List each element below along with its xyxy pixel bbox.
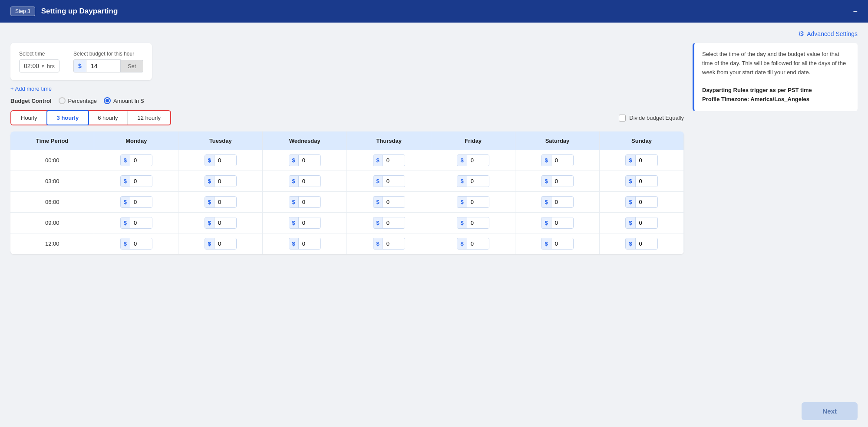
cell-input[interactable]: [130, 197, 152, 207]
time-dropdown-arrow[interactable]: ▾: [42, 63, 44, 69]
table-container: Time Period Monday Tuesday Wednesday Thu…: [10, 131, 684, 254]
cell-input-wrap: $: [625, 196, 657, 208]
value-cell: $: [94, 171, 178, 192]
value-cell: $: [600, 213, 684, 233]
value-cell: $: [515, 171, 600, 192]
divide-budget-label: Divide budget Equally: [629, 115, 684, 121]
cell-input[interactable]: [215, 197, 236, 207]
cell-dollar: $: [373, 197, 383, 207]
frequency-tabs: Hourly 3 hourly 6 hourly 12 hourly: [10, 110, 171, 125]
cell-input[interactable]: [636, 197, 657, 207]
cell-input[interactable]: [467, 176, 489, 187]
value-cell: $: [178, 150, 263, 171]
cell-dollar: $: [205, 238, 215, 249]
cell-dollar: $: [289, 155, 299, 166]
right-panel: Select the time of the day and the budge…: [693, 43, 858, 111]
cell-input[interactable]: [130, 238, 152, 249]
cell-input[interactable]: [551, 238, 573, 249]
value-cell: $: [431, 213, 515, 233]
cell-input[interactable]: [299, 155, 320, 166]
cell-input-wrap: $: [289, 217, 321, 229]
cell-input[interactable]: [636, 176, 657, 187]
amount-option[interactable]: Amount In $: [104, 97, 144, 104]
budget-label: Select budget for this hour: [73, 51, 143, 57]
cell-input[interactable]: [299, 176, 320, 187]
cell-input[interactable]: [215, 155, 236, 166]
cell-input[interactable]: [636, 155, 657, 166]
cell-dollar: $: [457, 176, 467, 187]
tab-3hourly[interactable]: 3 hourly: [46, 110, 89, 125]
right-panel-rule: Dayparting Rules trigger as per PST time: [702, 86, 850, 95]
value-cell: $: [94, 233, 178, 254]
value-cell: $: [263, 171, 347, 192]
footer: Next: [0, 395, 868, 427]
cell-input-wrap: $: [625, 238, 657, 250]
cell-input[interactable]: [383, 176, 405, 187]
cell-input[interactable]: [383, 238, 405, 249]
cell-input-wrap: $: [289, 238, 321, 250]
divide-budget-checkbox[interactable]: [619, 115, 626, 122]
budget-selector-group: Select budget for this hour $ Set: [73, 51, 143, 72]
percentage-option[interactable]: Percentage: [59, 97, 97, 104]
cell-input-wrap: $: [625, 154, 657, 166]
add-more-time[interactable]: + Add more time: [10, 85, 684, 97]
value-cell: $: [515, 150, 600, 171]
cell-input[interactable]: [215, 176, 236, 187]
cell-dollar: $: [205, 155, 215, 166]
budget-input[interactable]: [86, 59, 121, 72]
cell-input-wrap: $: [205, 154, 237, 166]
amount-radio[interactable]: [104, 97, 111, 104]
cell-input[interactable]: [130, 217, 152, 228]
advanced-settings-button[interactable]: ⚙ Advanced Settings: [798, 30, 858, 38]
value-cell: $: [178, 213, 263, 233]
cell-input[interactable]: [215, 238, 236, 249]
cell-input[interactable]: [383, 155, 405, 166]
tab-hourly[interactable]: Hourly: [11, 111, 47, 125]
cell-input-wrap: $: [120, 217, 152, 229]
cell-input[interactable]: [636, 217, 657, 228]
value-cell: $: [431, 233, 515, 254]
cell-input[interactable]: [636, 238, 657, 249]
collapse-icon[interactable]: −: [853, 7, 858, 16]
header-left: Step 3 Setting up Dayparting: [10, 7, 118, 16]
table-row: 00:00$$$$$$$: [10, 150, 684, 171]
value-cell: $: [178, 192, 263, 213]
cell-input-wrap: $: [373, 238, 405, 250]
cell-dollar: $: [626, 238, 635, 249]
cell-input-wrap: $: [120, 238, 152, 250]
cell-input[interactable]: [299, 238, 320, 249]
value-cell: $: [178, 171, 263, 192]
cell-input[interactable]: [299, 197, 320, 207]
cell-input[interactable]: [551, 197, 573, 207]
cell-input-wrap: $: [541, 217, 573, 229]
gear-icon: ⚙: [798, 30, 804, 38]
cell-input[interactable]: [299, 217, 320, 228]
cell-input[interactable]: [130, 176, 152, 187]
cell-input[interactable]: [383, 217, 405, 228]
cell-input[interactable]: [551, 217, 573, 228]
col-saturday: Saturday: [515, 131, 600, 150]
cell-input[interactable]: [383, 197, 405, 207]
cell-input[interactable]: [467, 238, 489, 249]
tab-12hourly[interactable]: 12 hourly: [128, 111, 170, 125]
next-button[interactable]: Next: [802, 402, 858, 420]
add-more-link[interactable]: + Add more time: [10, 85, 52, 92]
cell-input[interactable]: [551, 155, 573, 166]
percentage-radio[interactable]: [59, 97, 66, 104]
cell-input[interactable]: [467, 155, 489, 166]
budget-input-row: $ Set: [73, 59, 143, 72]
tab-6hourly[interactable]: 6 hourly: [88, 111, 128, 125]
cell-input[interactable]: [467, 197, 489, 207]
cell-dollar: $: [541, 197, 551, 207]
cell-input[interactable]: [130, 155, 152, 166]
cell-input[interactable]: [551, 176, 573, 187]
cell-dollar: $: [457, 217, 467, 228]
cell-input[interactable]: [467, 217, 489, 228]
page-title: Setting up Dayparting: [41, 7, 118, 16]
cell-dollar: $: [626, 197, 635, 207]
col-sunday: Sunday: [600, 131, 684, 150]
set-button[interactable]: Set: [121, 60, 144, 72]
value-cell: $: [600, 171, 684, 192]
cell-input[interactable]: [215, 217, 236, 228]
cell-input-wrap: $: [120, 154, 152, 166]
